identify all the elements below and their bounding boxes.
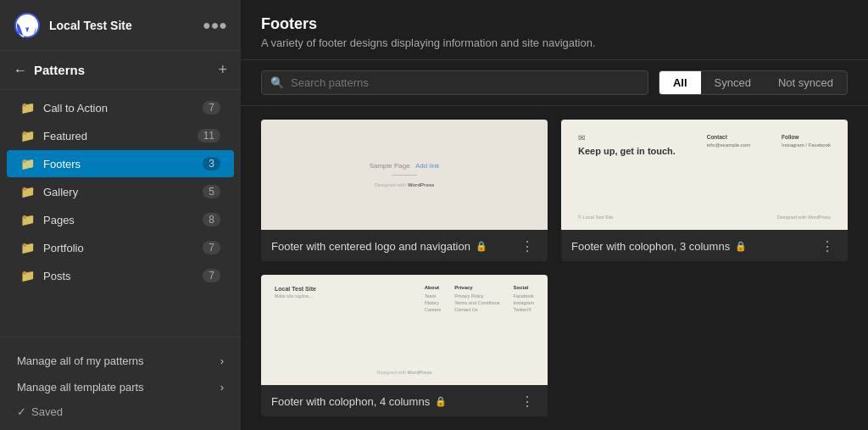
pattern-name: Footer with colophon, 4 columns 🔒 [271,395,447,408]
sidebar-item-count: 7 [203,101,220,114]
folder-icon: 📁 [20,241,35,254]
toolbar: 🔍 All Synced Not synced [241,60,868,106]
saved-status: ✓ Saved [14,400,227,420]
preview-email-icon: ✉ [578,133,676,142]
check-icon: ✓ [17,405,26,418]
sidebar-item-count: 11 [198,129,220,142]
pattern-preview: Local Test Site Make site tagline… About… [261,275,548,385]
sidebar-footer: Manage all of my patterns › Manage all t… [0,337,241,430]
pattern-preview: Sample Page Add link Designed with WordP… [261,120,548,230]
pattern-name: Footer with centered logo and navigation… [271,240,487,253]
sidebar-item-label: Posts [43,270,194,282]
wordpress-logo [14,12,41,39]
patterns-header: ← Patterns + [0,51,241,90]
more-options-button[interactable]: ⋮ [817,237,837,256]
page-title: Footers [261,15,848,33]
back-button[interactable]: ← Patterns [14,63,85,78]
lock-icon: 🔒 [735,241,747,252]
sidebar-item-count: 8 [203,213,220,226]
pattern-name: Footer with colophon, 3 columns 🔒 [571,240,747,253]
sidebar-nav: 📁 Call to Action 7 📁 Featured 11 📁 Foote… [0,90,241,337]
sidebar-item-posts[interactable]: 📁 Posts 7 [7,262,234,289]
more-options-button[interactable]: ⋮ [517,237,537,256]
sidebar-item-label: Footers [43,158,194,170]
pattern-card-footer-centered[interactable]: Sample Page Add link Designed with WordP… [261,120,548,261]
site-title: Local Test Site [49,19,194,32]
folder-icon: 📁 [20,185,35,198]
sidebar-item-label: Featured [43,130,189,142]
saved-label: Saved [31,405,63,418]
folder-icon: 📁 [20,129,35,142]
sidebar-item-count: 5 [203,185,220,198]
search-bar[interactable]: 🔍 [261,70,648,95]
pattern-card-footer-colophon-4[interactable]: Local Test Site Make site tagline… About… [261,275,548,416]
filter-tabs: All Synced Not synced [659,70,848,95]
manage-templates-link[interactable]: Manage all template parts › [14,374,227,400]
manage-templates-label: Manage all template parts [17,381,144,394]
manage-patterns-link[interactable]: Manage all of my patterns › [14,348,227,374]
folder-icon: 📁 [20,269,35,282]
pattern-info: Footer with colophon, 3 columns 🔒 ⋮ [561,230,848,261]
sidebar-item-call-to-action[interactable]: 📁 Call to Action 7 [7,94,234,121]
sidebar-item-gallery[interactable]: 📁 Gallery 5 [7,178,234,205]
preview-page-label: Sample Page Add link [370,162,440,170]
sidebar-item-count: 3 [203,157,220,170]
tab-not-synced[interactable]: Not synced [765,71,847,94]
search-input[interactable] [291,76,639,89]
pattern-card-footer-colophon-3[interactable]: ✉ Keep up, get in touch. Contact info@ex… [561,120,848,261]
sidebar-item-count: 7 [203,269,220,282]
folder-icon: 📁 [20,213,35,226]
add-pattern-button[interactable]: + [218,61,227,79]
sidebar-item-portfolio[interactable]: 📁 Portfolio 7 [7,234,234,261]
lock-icon: 🔒 [435,396,447,407]
page-description: A variety of footer designs displaying i… [261,36,848,49]
preview-wp-label: Designed with WordPress [375,182,435,187]
chevron-right-icon: › [220,381,224,394]
pattern-info: Footer with centered logo and navigation… [261,230,548,261]
pattern-info: Footer with colophon, 4 columns 🔒 ⋮ [261,385,548,416]
patterns-grid: Sample Page Add link Designed with WordP… [241,106,868,430]
main-content: Footers A variety of footer designs disp… [241,0,868,430]
sidebar-item-footers[interactable]: 📁 Footers 3 [7,150,234,177]
sidebar: Local Test Site ●●● ← Patterns + 📁 Call … [0,0,241,430]
sidebar-item-label: Gallery [43,186,194,198]
folder-icon: 📁 [20,101,35,114]
main-header: Footers A variety of footer designs disp… [241,0,868,60]
site-header: Local Test Site ●●● [0,0,241,51]
folder-icon: 📁 [20,157,35,170]
sidebar-item-pages[interactable]: 📁 Pages 8 [7,206,234,233]
header-search-icon[interactable]: ●●● [203,18,227,33]
sidebar-item-featured[interactable]: 📁 Featured 11 [7,122,234,149]
sidebar-item-count: 7 [203,241,220,254]
back-arrow-icon: ← [14,63,27,78]
sidebar-item-label: Call to Action [43,102,194,114]
sidebar-item-label: Pages [43,214,194,226]
tab-all[interactable]: All [659,71,701,94]
more-options-button[interactable]: ⋮ [517,392,537,411]
pattern-preview: ✉ Keep up, get in touch. Contact info@ex… [561,120,848,230]
search-icon: 🔍 [270,76,284,89]
patterns-section-title: Patterns [34,63,85,77]
sidebar-item-label: Portfolio [43,242,194,254]
manage-patterns-label: Manage all of my patterns [17,355,144,367]
tab-synced[interactable]: Synced [701,71,765,94]
lock-icon: 🔒 [476,241,487,252]
chevron-right-icon: › [220,355,224,367]
